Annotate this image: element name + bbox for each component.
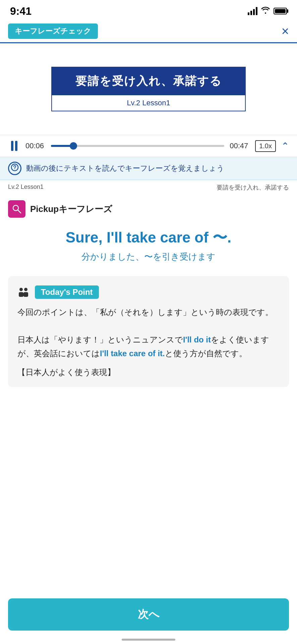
progress-thumb	[70, 142, 77, 150]
info-banner-text: 動画の後にテキストを読んでキーフレーズを覚えましょう	[26, 163, 224, 173]
battery-icon	[274, 8, 287, 14]
todays-point-badge: Today's Point	[35, 285, 99, 299]
svg-point-1	[14, 169, 15, 169]
svg-rect-7	[23, 292, 28, 297]
todays-point-text: 今回のポイントは、「私が（それを）します」という時の表現です。 日本人は「やりま…	[17, 306, 280, 360]
next-button-container: 次へ	[0, 598, 297, 631]
svg-line-3	[18, 210, 21, 213]
q-icon	[11, 163, 19, 173]
lesson-card: 要請を受け入れ、承諾する Lv.2 Lesson1	[51, 67, 246, 111]
pickup-label: Pickupキーフレーズ	[30, 203, 112, 215]
pickup-icon-box	[8, 200, 25, 218]
pickup-header: Pickupキーフレーズ	[8, 200, 289, 218]
highlight-2: I'll take care of it.	[100, 349, 165, 358]
todays-point-header: Today's Point	[17, 285, 280, 299]
pause-icon	[11, 141, 17, 151]
next-button[interactable]: 次へ	[8, 598, 289, 631]
chevron-up-icon[interactable]: ⌃	[281, 141, 289, 152]
todays-point-body1: 今回のポイントは、「私が（それを）します」という時の表現です。	[17, 308, 273, 317]
breadcrumb-left: Lv.2 Lesson1	[8, 183, 44, 192]
speed-button[interactable]: 1.0x	[255, 140, 276, 152]
header: キーフレーズチェック ×	[0, 20, 297, 43]
todays-point-note: 【日本人がよく使う表現】	[17, 367, 280, 378]
status-icons	[248, 6, 287, 16]
close-button[interactable]: ×	[282, 25, 289, 38]
main-phrase-translation: 分かりました、〜を引き受けます	[8, 251, 289, 263]
highlight-1: I'll do it	[183, 335, 211, 344]
info-icon	[8, 162, 21, 175]
todays-point-body2: 日本人は「やります！」というニュアンスで	[17, 335, 183, 344]
progress-bar[interactable]	[51, 145, 224, 147]
lesson-card-area: 要請を受け入れ、承諾する Lv.2 Lesson1	[0, 43, 297, 135]
total-time: 00:47	[230, 142, 250, 150]
svg-point-6	[24, 288, 27, 291]
pause-button[interactable]	[8, 140, 20, 152]
current-time: 00:06	[25, 142, 46, 150]
pickup-section: Pickupキーフレーズ Sure, I'll take care of 〜. …	[0, 195, 297, 263]
breadcrumb: Lv.2 Lesson1 要請を受け入れ、承諾する	[0, 180, 297, 195]
todays-point-box: Today's Point 今回のポイントは、「私が（それを）します」という時の…	[8, 276, 289, 387]
section-badge: キーフレーズチェック	[8, 23, 98, 39]
main-phrase: Sure, I'll take care of 〜.	[8, 228, 289, 247]
signal-icon	[248, 7, 257, 15]
person-icon	[17, 286, 30, 298]
home-indicator	[122, 639, 175, 641]
svg-point-4	[19, 288, 23, 291]
status-bar: 9:41	[0, 0, 297, 20]
progress-fill	[51, 145, 73, 147]
status-time: 9:41	[10, 5, 32, 17]
svg-rect-5	[19, 292, 23, 297]
player-bar: 00:06 00:47 1.0x ⌃	[0, 135, 297, 157]
todays-point-body4: と使う方が自然です。	[165, 349, 247, 358]
info-banner: 動画の後にテキストを読んでキーフレーズを覚えましょう	[0, 157, 297, 180]
lesson-title: 要請を受け入れ、承諾する	[52, 67, 245, 95]
lesson-subtitle: Lv.2 Lesson1	[52, 95, 245, 111]
breadcrumb-right: 要請を受け入れ、承諾する	[217, 183, 289, 192]
wifi-icon	[261, 6, 270, 16]
